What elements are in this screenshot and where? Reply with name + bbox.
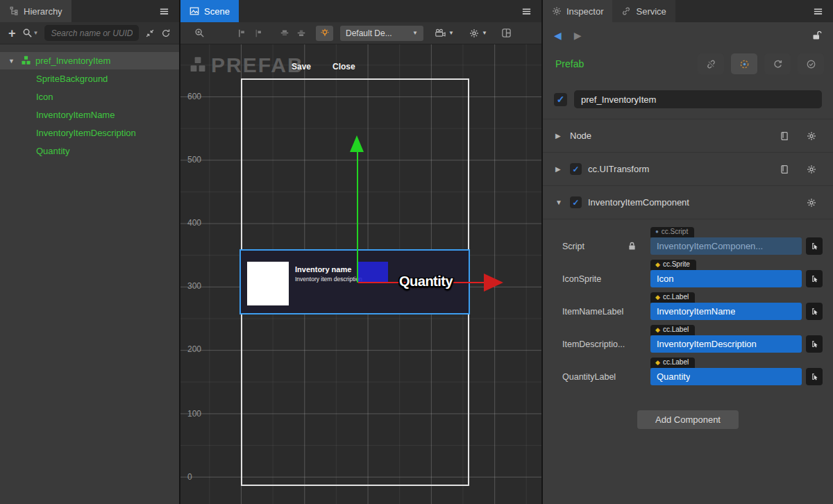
label-reference-value[interactable]: Quantity — [650, 368, 802, 385]
gear-icon[interactable] — [807, 165, 816, 174]
revert-prefab-button[interactable] — [764, 53, 791, 74]
lightbulb-icon — [320, 28, 330, 38]
align-top-button[interactable] — [280, 28, 289, 38]
tab-scene[interactable]: Scene — [180, 0, 239, 22]
add-component-button[interactable]: Add Component — [637, 410, 739, 429]
caret-down-icon[interactable]: ▼ — [555, 199, 564, 206]
gizmo-x-axis-arrowhead[interactable] — [484, 274, 503, 292]
uitransform-section-header[interactable]: ▶ ✓ cc.UITransform — [543, 152, 833, 185]
label-reference-value[interactable]: InventoryItemDescription — [650, 335, 802, 353]
align-right-icon — [253, 28, 263, 38]
label-reference-value[interactable]: InventoryItemName — [650, 303, 802, 320]
scene-viewport[interactable]: 600 500 400 300 200 100 0 PREFAB Save Cl… — [180, 44, 541, 504]
tree-node-inventoryitemdescription[interactable]: InventoryItemDescription — [0, 124, 179, 142]
tree-node-quantity[interactable]: Quantity — [0, 142, 179, 160]
locate-prefab-asset-button[interactable] — [731, 53, 757, 74]
align-bottom-button[interactable] — [296, 28, 306, 38]
scene-toolbar: Default De... ▼ ▼ ▼ — [180, 22, 541, 44]
section-label: Node — [570, 131, 591, 141]
circled-check-icon — [806, 59, 816, 69]
gizmo-y-axis-arrowhead[interactable] — [350, 135, 364, 152]
hierarchy-toolbar: + ▼ — [0, 22, 179, 44]
property-field: ◆ cc.Sprite Icon — [650, 259, 823, 287]
reference-picker-button[interactable] — [806, 237, 823, 255]
inventoryitemcomponent-section-header[interactable]: ▼ ✓ InventoryItemComponent — [543, 185, 833, 219]
hamburger-icon — [159, 6, 169, 17]
reference-picker-button[interactable] — [806, 368, 823, 385]
tree-icon — [9, 6, 19, 16]
history-forward-button[interactable]: ▶ — [574, 30, 582, 41]
tab-inspector[interactable]: Inspector — [543, 0, 612, 22]
component-enabled-checkbox[interactable]: ✓ — [570, 196, 582, 208]
inspector-panel: Inspector Service ◀ ▶ — [541, 0, 833, 504]
history-back-button[interactable]: ◀ — [554, 30, 562, 41]
caret-right-icon[interactable]: ▶ — [555, 132, 564, 140]
property-field: ◆ cc.Label InventoryItemDescription — [650, 324, 823, 353]
picker-cursor-icon — [810, 307, 819, 316]
type-badge-label: cc.Label — [663, 326, 689, 333]
create-node-button[interactable]: + — [8, 28, 16, 39]
caret-down-icon[interactable]: ▼ — [8, 58, 17, 65]
tree-node-label: Quantity — [36, 146, 69, 156]
property-row-itemnamelabel: ItemNameLabel ◆ cc.Label InventoryItemNa… — [562, 292, 823, 320]
gear-icon[interactable] — [807, 131, 816, 141]
hierarchy-tab-label: Hierarchy — [24, 6, 62, 17]
script-reference-value[interactable]: InventoryItemComponen... — [650, 237, 802, 255]
reference-picker-button[interactable] — [806, 303, 823, 320]
tab-service[interactable]: Service — [612, 0, 675, 22]
align-right-button[interactable] — [253, 28, 263, 38]
uitransform-enabled-checkbox[interactable]: ✓ — [570, 163, 582, 175]
scene-menu-button[interactable] — [512, 0, 541, 22]
prefab-status-label: Prefab — [555, 58, 691, 69]
gizmo-rect-handle[interactable] — [357, 262, 388, 283]
node-section-header[interactable]: ▶ Node — [543, 119, 833, 152]
tree-node-inventoryitemname[interactable]: InventoryItemName — [0, 106, 179, 124]
component-diamond-icon: ◆ — [655, 326, 660, 333]
tree-node-label: InventoryItemName — [36, 110, 115, 120]
collapse-all-button[interactable] — [145, 28, 155, 38]
node-name-input[interactable] — [574, 90, 822, 108]
reference-picker-button[interactable] — [806, 270, 823, 287]
gizmo-light-toggle[interactable] — [316, 26, 333, 41]
tree-node-root[interactable]: ▼ pref_InventoryItem — [0, 52, 179, 69]
property-field: ◆ cc.Label Quantity — [650, 357, 823, 385]
tab-hierarchy[interactable]: Hierarchy — [0, 0, 71, 22]
hierarchy-panel: Hierarchy + ▼ ▼ — [0, 0, 180, 504]
gizmo-y-axis[interactable] — [357, 152, 358, 283]
lock-slot-empty — [628, 283, 645, 287]
sprite-reference-value[interactable]: Icon — [650, 270, 802, 287]
refresh-button[interactable] — [161, 28, 171, 38]
unlink-prefab-button[interactable] — [698, 53, 724, 74]
align-left-button[interactable] — [237, 28, 246, 38]
display-mode-select[interactable]: Default De... ▼ — [340, 26, 423, 41]
hierarchy-tabstrip: Hierarchy — [0, 0, 179, 22]
unlock-icon[interactable] — [812, 31, 822, 40]
reference-picker-button[interactable] — [806, 335, 823, 353]
tree-node-label: pref_InventoryItem — [35, 56, 110, 66]
doc-book-icon[interactable] — [780, 131, 789, 141]
zoom-to-fit-button[interactable] — [194, 28, 205, 38]
doc-book-icon[interactable] — [780, 165, 789, 174]
camera-menu-button[interactable]: ▼ — [435, 28, 454, 37]
ruler-label: 100 — [187, 409, 201, 419]
ruler-label: 300 — [187, 281, 201, 291]
inspector-menu-button[interactable] — [803, 0, 833, 22]
tree-node-icon[interactable]: Icon — [0, 87, 179, 106]
hierarchy-menu-button[interactable] — [149, 0, 179, 22]
layout-button[interactable] — [501, 28, 512, 38]
type-badge-label: cc.Script — [662, 228, 688, 235]
selected-inventory-item-node[interactable]: Inventory name Inventory item descriptio… — [239, 249, 470, 314]
search-input[interactable] — [44, 25, 139, 41]
caret-right-icon[interactable]: ▶ — [555, 165, 564, 173]
close-button[interactable]: Close — [333, 62, 355, 72]
save-button[interactable]: Save — [292, 62, 311, 72]
node-active-checkbox[interactable]: ✓ — [554, 93, 567, 106]
gear-icon[interactable] — [807, 198, 816, 208]
gear-icon — [469, 28, 479, 38]
tree-node-spritebackground[interactable]: SpriteBackground — [0, 69, 179, 87]
apply-prefab-button[interactable] — [798, 53, 824, 74]
search-filter-button[interactable]: ▼ — [22, 28, 39, 38]
tree-node-label: Icon — [36, 92, 53, 102]
property-field: ◆ cc.Label InventoryItemName — [650, 292, 823, 320]
scene-settings-button[interactable]: ▼ — [469, 28, 487, 38]
